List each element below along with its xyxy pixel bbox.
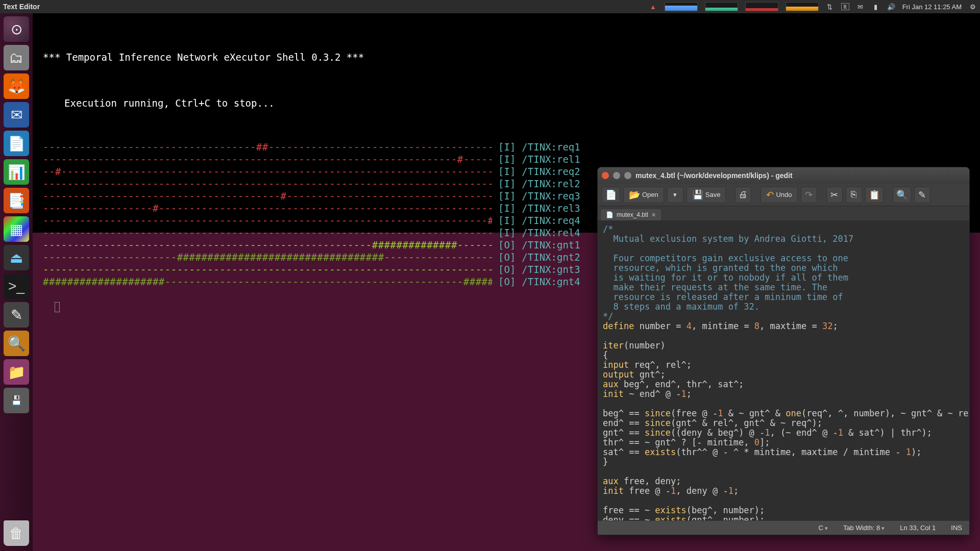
save-button[interactable]: 💾Save (687, 187, 726, 203)
signal-name: /TINX:req4 (522, 214, 580, 227)
writer-icon[interactable]: 📄 (4, 131, 29, 156)
open-button[interactable]: 📂Open (623, 187, 664, 203)
signal-io-tag: [I] (498, 165, 516, 178)
language-selector[interactable]: C (818, 524, 827, 532)
new-icon: 📄 (605, 189, 617, 201)
net-graph[interactable] (745, 2, 778, 11)
close-icon[interactable] (602, 172, 609, 179)
tinx-banner: *** Temporal Inference Network eXecutor … (43, 51, 974, 63)
app-title: Text Editor (3, 3, 40, 11)
signal-trace: ---------------------------------------#… (43, 190, 492, 202)
signal-name: /TINX:req2 (522, 165, 580, 178)
calc-icon[interactable]: 📊 (4, 159, 29, 185)
insert-mode: INS (951, 524, 962, 532)
gedit-titlebar[interactable]: mutex_4.btl (~/work/development/klips) -… (598, 167, 969, 184)
battery-icon[interactable]: ▮ (872, 3, 880, 11)
signal-io-tag: [O] (498, 239, 516, 251)
signal-name: /TINX:rel4 (522, 227, 580, 239)
paste-button[interactable]: 📋 (865, 187, 884, 203)
thunderbird-icon[interactable]: ✉ (4, 102, 29, 128)
signal-io-tag: [O] (498, 263, 516, 276)
copy-button[interactable]: ⎘ (846, 187, 862, 203)
signal-name: /TINX:rel1 (522, 153, 580, 165)
network-icon[interactable]: ⇅ (826, 3, 834, 11)
cursor (55, 302, 60, 312)
file-tab[interactable]: 📄 mutex_4.btl ✕ (601, 209, 661, 220)
comment-block: /* Mutual exclusion system by Andrea Gio… (603, 224, 853, 321)
unity-launcher: ⊙ 🗂 🦊 ✉ 📄 📊 📑 ▦ ⏏ >_ ✎ 🔍 📁 💾 🗑 (0, 13, 33, 551)
terminal-icon[interactable]: >_ (4, 273, 29, 299)
find-button[interactable]: 🔍 (893, 187, 911, 203)
trash-icon[interactable]: 🗑 (4, 520, 29, 546)
code-editor[interactable]: /* Mutual exclusion system by Andrea Gio… (598, 220, 969, 520)
signal-row: ----------------------------------------… (43, 153, 974, 165)
signal-name: /TINX:gnt2 (522, 251, 580, 263)
signal-io-tag: [I] (498, 202, 516, 214)
keyboard-layout[interactable]: It (841, 3, 849, 10)
signal-name: /TINX:rel2 (522, 178, 580, 190)
search-icon[interactable]: 🔍 (4, 331, 29, 356)
gedit-toolbar: 📄 📂Open ▾ 💾Save 🖨 ↶Undo ↷ ✂ ⎘ 📋 🔍 ✎ (598, 184, 969, 206)
tab-label: mutex_4.btl (617, 211, 648, 218)
gedit-statusbar: C Tab Width: 8 Ln 33, Col 1 INS (598, 520, 969, 535)
undo-button[interactable]: ↶Undo (761, 187, 797, 203)
signal-io-tag: [I] (498, 178, 516, 190)
signal-trace: --#-------------------------------------… (43, 165, 492, 178)
mail-icon[interactable]: ✉ (856, 3, 865, 11)
files-icon[interactable]: 🗂 (4, 45, 29, 70)
redo-button[interactable]: ↷ (801, 187, 817, 203)
redo-icon: ↷ (805, 189, 813, 201)
dash-icon[interactable]: ⊙ (4, 16, 29, 42)
cursor-position: Ln 33, Col 1 (900, 524, 936, 532)
gedit-icon[interactable]: ✎ (4, 302, 29, 328)
cpu-graph[interactable] (705, 2, 738, 11)
cut-button[interactable]: ✂ (826, 187, 843, 203)
signal-io-tag: [I] (498, 153, 516, 165)
usb-icon[interactable]: ⏏ (4, 245, 29, 270)
gear-icon[interactable]: ⚙ (969, 3, 977, 11)
signal-name: /TINX:gnt1 (522, 239, 580, 251)
find-icon: 🔍 (896, 189, 908, 201)
disk-graph[interactable] (786, 2, 819, 11)
save-icon: 💾 (692, 189, 703, 201)
signal-trace: ----------------------------------------… (43, 214, 492, 227)
minimize-icon[interactable] (613, 172, 620, 179)
software-icon[interactable]: ▦ (4, 216, 29, 242)
signal-row: -----------------------------------##---… (43, 141, 974, 153)
signal-name: /TINX:req1 (522, 141, 580, 153)
code-body: define number = 4, mintime = 8, maxtime … (603, 321, 969, 520)
replace-icon: ✎ (918, 189, 926, 201)
top-menubar: Text Editor ▲ ⇅ It ✉ ▮ 🔊 Fri Jan 12 11:2… (0, 0, 980, 13)
signal-trace: ------------------#---------------------… (43, 202, 492, 214)
signal-name: /TINX:req3 (522, 190, 580, 202)
signal-io-tag: [I] (498, 214, 516, 227)
removable-media-icon[interactable]: 💾 (4, 388, 29, 413)
firefox-icon[interactable]: 🦊 (4, 73, 29, 99)
file-manager-icon[interactable]: 📁 (4, 359, 29, 385)
tinx-status: Execution running, Ctrl+C to stop... (43, 97, 974, 109)
paste-icon: 📋 (869, 189, 880, 201)
tab-close-icon[interactable]: ✕ (651, 212, 656, 218)
folder-open-icon: 📂 (629, 189, 640, 201)
volume-icon[interactable]: 🔊 (887, 3, 895, 11)
signal-io-tag: [O] (498, 276, 516, 288)
undo-icon: ↶ (766, 189, 774, 201)
warning-icon[interactable]: ▲ (649, 3, 657, 11)
tabwidth-selector[interactable]: Tab Width: 8 (843, 524, 885, 532)
file-icon: 📄 (606, 211, 614, 218)
print-button[interactable]: 🖨 (735, 187, 751, 203)
print-icon: 🖨 (739, 189, 748, 200)
signal-name: /TINX:rel3 (522, 202, 580, 214)
signal-trace: ----------------------------------------… (43, 178, 492, 190)
impress-icon[interactable]: 📑 (4, 188, 29, 213)
new-doc-button[interactable]: 📄 (602, 187, 620, 203)
replace-button[interactable]: ✎ (914, 187, 930, 203)
signal-io-tag: [O] (498, 251, 516, 263)
window-title: mutex_4.btl (~/work/development/klips) -… (635, 171, 793, 180)
signal-io-tag: [I] (498, 227, 516, 239)
open-recent-button[interactable]: ▾ (667, 187, 683, 203)
maximize-icon[interactable] (624, 172, 631, 179)
mem-graph[interactable] (665, 2, 698, 11)
clock[interactable]: Fri Jan 12 11:25 AM (902, 3, 962, 11)
signal-trace: ####################--------------------… (43, 276, 492, 288)
